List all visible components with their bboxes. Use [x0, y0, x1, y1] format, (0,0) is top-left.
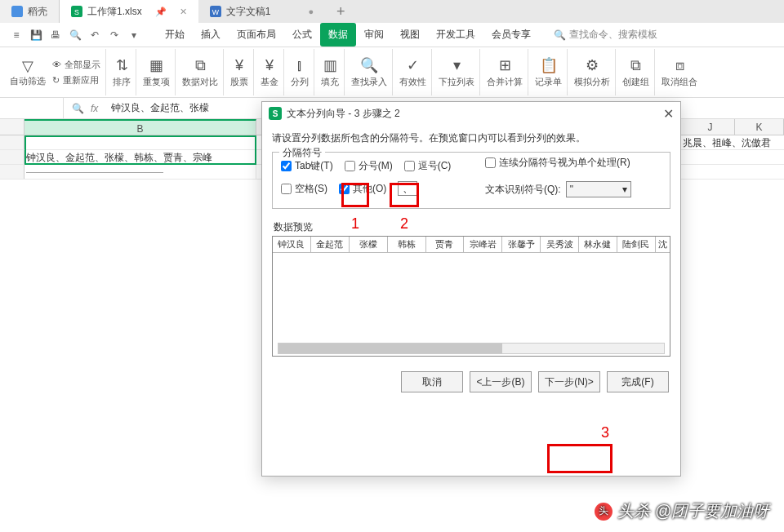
menu-start[interactable]: 开始	[157, 23, 193, 47]
back-button[interactable]: <上一步(B)	[470, 371, 532, 392]
checkbox-consecutive[interactable]: 连续分隔符号视为单个处理(R)	[485, 156, 630, 170]
checkbox-other[interactable]: 其他(O)	[339, 182, 386, 196]
row-header[interactable]	[0, 150, 24, 164]
menu-data[interactable]: 数据	[320, 23, 356, 47]
preview-col: 金起范	[311, 237, 350, 252]
excel-icon: S	[71, 6, 82, 17]
preview-icon[interactable]: 🔍	[69, 29, 82, 42]
col-header-b[interactable]: B	[24, 119, 256, 135]
record-icon: 📋	[540, 56, 558, 74]
tab-home-label: 稻壳	[28, 5, 47, 19]
autofilter-label[interactable]: 自动筛选	[10, 75, 46, 87]
other-delimiter-input[interactable]	[398, 181, 417, 196]
preview-label: 数据预览	[274, 220, 670, 234]
name-box[interactable]	[0, 98, 64, 118]
showall-button[interactable]: 👁全部显示	[52, 59, 100, 71]
new-tab[interactable]: +	[325, 0, 357, 23]
preview-col: 沈	[656, 237, 670, 252]
scrollbar-thumb[interactable]	[278, 344, 502, 353]
checkbox-tab[interactable]: Tab键(T)	[281, 159, 333, 173]
svg-rect-0	[11, 6, 23, 17]
close-tab-icon[interactable]: ●	[308, 7, 314, 16]
tab-doc1[interactable]: W 文字文稿1 ●	[198, 0, 325, 23]
ribbon-fund[interactable]: ¥基金	[256, 49, 284, 95]
tab-workbook1[interactable]: S 工作簿1.xlsx 📌 ✕	[60, 0, 198, 23]
fx-search-icon[interactable]: 🔍	[72, 103, 84, 114]
ribbon-textcol[interactable]: ⫿分列	[286, 49, 314, 95]
consolidate-icon: ⊞	[499, 56, 511, 74]
cell[interactable]: ——————————————	[24, 165, 256, 179]
close-tab-icon[interactable]: ✕	[180, 7, 187, 17]
document-tabbar: 稻壳 S 工作簿1.xlsx 📌 ✕ W 文字文稿1 ● +	[0, 0, 784, 23]
checkbox-semicolon[interactable]: 分号(M)	[345, 159, 393, 173]
fill-icon: ▥	[323, 56, 337, 74]
tab-workbook1-label: 工作簿1.xlsx	[87, 5, 142, 19]
chevron-down-icon: ▾	[622, 184, 627, 195]
ribbon-data: ▽ 自动筛选 👁全部显示 ↻重新应用 ⇅排序 ▦重复项 ⧉数据对比 ¥股票 ¥基…	[0, 47, 784, 98]
col-header-k[interactable]: K	[735, 119, 784, 135]
delimiter-fieldset: 分隔符号 Tab键(T) 分号(M) 逗号(C) 空格(S) 其他(O) 连续分…	[272, 152, 670, 209]
menu-view[interactable]: 视图	[392, 23, 428, 47]
preview-col: 林永健	[579, 237, 617, 252]
save-icon[interactable]: 💾	[29, 29, 42, 42]
ribbon-droplist[interactable]: ▾下拉列表	[434, 49, 480, 95]
ribbon-compare[interactable]: ⧉数据对比	[177, 49, 224, 95]
droplist-icon: ▾	[453, 56, 461, 74]
preview-col: 钟汉良	[273, 237, 311, 252]
validation-icon: ✓	[407, 56, 419, 74]
showall-icon: 👁	[52, 60, 61, 69]
watermark-icon: 头	[595, 503, 612, 521]
dialog-close-icon[interactable]: ✕	[663, 106, 674, 122]
tab-home[interactable]: 稻壳	[0, 0, 60, 23]
menu-insert[interactable]: 插入	[193, 23, 229, 47]
menu-review[interactable]: 审阅	[356, 23, 392, 47]
ribbon-simulate[interactable]: ⚙模拟分析	[569, 49, 616, 95]
checkbox-comma[interactable]: 逗号(C)	[404, 159, 452, 173]
finish-button[interactable]: 完成(F)	[607, 371, 669, 392]
ribbon-sort[interactable]: ⇅排序	[108, 49, 136, 95]
svg-text:S: S	[74, 8, 79, 16]
command-search[interactable]: 🔍 查找命令、搜索模板	[554, 28, 657, 42]
row-header[interactable]	[0, 135, 24, 149]
ribbon-record[interactable]: 📋记录单	[530, 49, 568, 95]
menu-vip[interactable]: 会员专享	[483, 23, 539, 47]
menu-pagelayout[interactable]: 页面布局	[229, 23, 284, 47]
select-all-corner[interactable]	[0, 119, 24, 135]
ribbon-duplicates[interactable]: ▦重复项	[138, 49, 176, 95]
reapply-button[interactable]: ↻重新应用	[52, 74, 100, 86]
svg-text:W: W	[212, 8, 220, 16]
ribbon-ungroup[interactable]: ⧈取消组合	[657, 49, 702, 95]
quick-access-toolbar: ≡ 💾 🖶 🔍 ↶ ↷ ▾	[2, 29, 149, 42]
cell[interactable]	[24, 135, 256, 149]
checkbox-space[interactable]: 空格(S)	[281, 182, 327, 196]
print-icon[interactable]: 🖶	[49, 29, 62, 42]
cell-b2[interactable]: 钟汉良、金起范、张檬、韩栋、贾青、宗峰	[24, 150, 256, 164]
fx-icon[interactable]: fx	[91, 103, 98, 114]
qat-dropdown-icon[interactable]: ▾	[127, 29, 140, 42]
text-qualifier-combo[interactable]: "▾	[566, 181, 631, 197]
menu-icon[interactable]: ≡	[10, 29, 23, 42]
undo-icon[interactable]: ↶	[88, 29, 101, 42]
redo-icon[interactable]: ↷	[108, 29, 121, 42]
dialog-title: 文本分列向导 - 3 步骤之 2	[287, 107, 400, 121]
ribbon-stock[interactable]: ¥股票	[225, 49, 254, 95]
ribbon-consolidate[interactable]: ⊞合并计算	[482, 49, 528, 95]
filter-icon[interactable]: ▽	[22, 57, 33, 75]
ribbon-group[interactable]: ⧉创建组	[617, 49, 655, 95]
col-header-j[interactable]: J	[686, 119, 735, 135]
simulate-icon: ⚙	[586, 56, 599, 74]
pin-icon[interactable]: 📌	[155, 7, 167, 17]
row-header[interactable]	[0, 165, 24, 179]
watermark: 头 头杀 @团子要加油呀	[595, 500, 769, 522]
cancel-button[interactable]: 取消	[401, 371, 463, 392]
watermark-text: 头杀 @团子要加油呀	[617, 500, 769, 522]
ribbon-validation[interactable]: ✓有效性	[394, 49, 432, 95]
search-icon: 🔍	[554, 29, 566, 41]
menu-devtools[interactable]: 开发工具	[428, 23, 483, 47]
ribbon-fill[interactable]: ▥填充	[316, 49, 345, 95]
preview-col: 韩栋	[388, 237, 426, 252]
menu-formula[interactable]: 公式	[284, 23, 320, 47]
ribbon-lookup[interactable]: 🔍查找录入	[346, 49, 393, 95]
next-button[interactable]: 下一步(N)>	[538, 371, 600, 392]
preview-hscrollbar[interactable]	[278, 343, 665, 354]
